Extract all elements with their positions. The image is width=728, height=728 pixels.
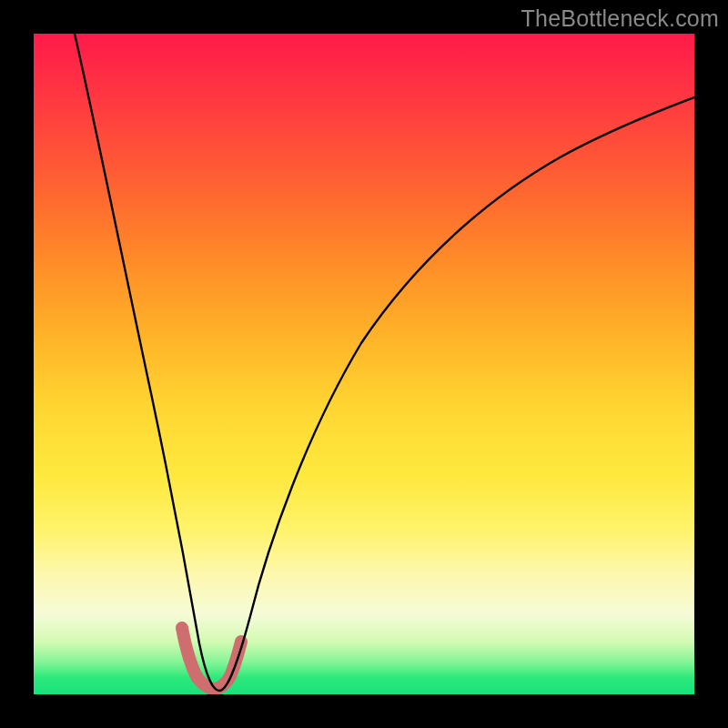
bottleneck-curve — [75, 34, 694, 691]
watermark-text: TheBottleneck.com — [521, 5, 719, 32]
minimum-band-accent — [182, 628, 241, 689]
plot-area — [34, 34, 694, 694]
curve-layer — [34, 34, 694, 694]
chart-frame: TheBottleneck.com — [0, 0, 728, 728]
